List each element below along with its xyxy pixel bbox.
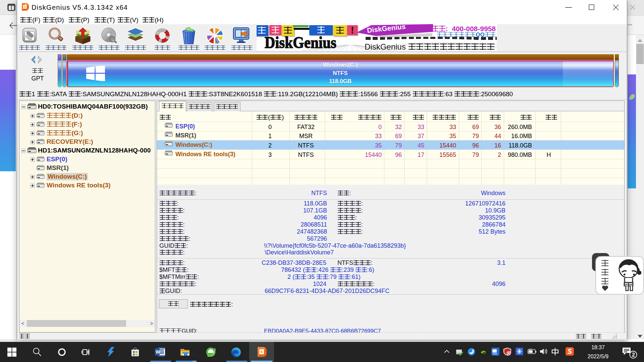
svg-text:2: 2 bbox=[632, 352, 635, 358]
svg-text:intel: intel bbox=[493, 353, 497, 355]
svg-text:W: W bbox=[156, 349, 160, 355]
